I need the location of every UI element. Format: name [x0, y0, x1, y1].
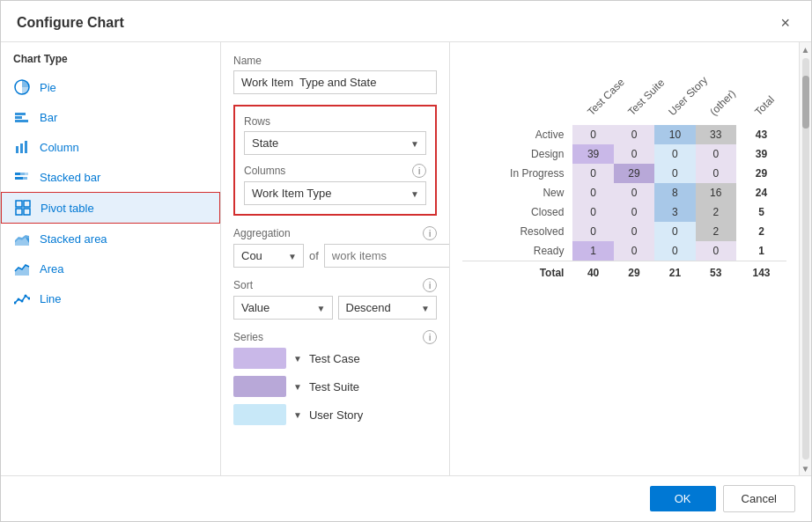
area-label: Area: [40, 262, 63, 276]
cell-3-3: 16: [696, 183, 736, 202]
close-button[interactable]: ×: [775, 13, 795, 33]
pivot-col-header-0: Test Case: [572, 55, 613, 125]
rows-select-wrapper: State Work Item Type ▼: [244, 131, 426, 155]
stacked-area-icon: [13, 230, 31, 247]
rows-columns-box: Rows State Work Item Type ▼ Columns i Wo…: [233, 105, 437, 216]
bar-label: Bar: [40, 111, 57, 124]
series-color-2: [233, 404, 286, 425]
chart-item-column[interactable]: Column: [1, 132, 220, 162]
table-row: In Progress0290029: [462, 164, 786, 183]
series-chevron-2[interactable]: ▼: [293, 410, 302, 420]
cell-6-3: 0: [696, 241, 736, 261]
table-row: Design3900039: [462, 144, 786, 164]
sort-info-icon: i: [423, 278, 437, 292]
row-label-3: New: [462, 183, 572, 202]
pivot-table: Test CaseTest SuiteUser Story(other)Tota…: [462, 55, 786, 283]
config-panel: Name Rows State Work Item Type ▼ Columns…: [221, 42, 450, 475]
scrollbar: ▲ ▼: [799, 42, 811, 475]
total-cell-3: 53: [696, 261, 736, 283]
sort-direction-select[interactable]: Descend Ascend: [338, 296, 438, 320]
series-item-2: ▼ User Story: [233, 404, 437, 425]
svg-rect-12: [16, 201, 22, 207]
pivot-icon: [14, 199, 32, 217]
row-label-6: Ready: [462, 241, 572, 261]
scroll-thumb: [802, 76, 809, 129]
chart-item-stacked-area[interactable]: Stacked area: [1, 224, 220, 254]
svg-rect-13: [24, 201, 30, 207]
series-name-0: Test Case: [309, 352, 360, 365]
stacked-area-label: Stacked area: [40, 232, 107, 246]
sort-direction-wrapper: Descend Ascend ▼: [338, 296, 438, 320]
chart-item-bar[interactable]: Bar: [1, 102, 220, 132]
aggregation-of-input[interactable]: [324, 244, 450, 268]
bar-icon: [13, 108, 31, 126]
line-icon: [13, 290, 31, 307]
cell-4-3: 2: [696, 202, 736, 222]
scroll-up-arrow[interactable]: ▲: [801, 44, 811, 55]
chart-item-area[interactable]: Area: [1, 254, 220, 283]
columns-row: Columns i: [244, 164, 426, 178]
series-chevron-1[interactable]: ▼: [293, 382, 302, 392]
pivot-col-header-2: User Story: [654, 55, 695, 125]
svg-rect-8: [20, 173, 25, 175]
total-cell-1: 29: [614, 261, 654, 283]
chart-item-stacked-bar[interactable]: Stacked bar: [1, 162, 220, 192]
total-row: Total40292153143: [462, 261, 786, 283]
cancel-button[interactable]: Cancel: [723, 485, 795, 512]
table-row: Resolved00022: [462, 222, 786, 241]
cell-4-4: 5: [736, 202, 786, 222]
pivot-chart-panel: Test CaseTest SuiteUser Story(other)Tota…: [450, 42, 799, 475]
cell-6-4: 1: [736, 241, 786, 261]
table-row: Active00103343: [462, 125, 786, 144]
sort-value-select[interactable]: Value Label: [233, 296, 333, 320]
cell-1-4: 39: [736, 144, 786, 164]
rows-label: Rows: [244, 115, 426, 128]
aggregation-select[interactable]: Cou Sum Avg: [233, 244, 304, 268]
name-input[interactable]: [233, 70, 437, 94]
svg-rect-1: [15, 113, 26, 115]
cell-4-2: 3: [654, 202, 695, 222]
columns-select[interactable]: Work Item Type State: [244, 181, 426, 205]
scroll-track[interactable]: [802, 58, 809, 460]
cell-3-0: 0: [572, 183, 613, 202]
chart-item-line[interactable]: Line: [1, 283, 220, 313]
series-info-icon: i: [423, 330, 437, 344]
series-label: Series: [233, 331, 417, 343]
svg-rect-6: [25, 141, 27, 153]
cell-3-2: 8: [654, 183, 695, 202]
pivot-col-header-3: (other): [696, 55, 736, 125]
cell-0-0: 0: [572, 125, 613, 144]
row-label-0: Active: [462, 125, 572, 144]
chart-item-pivot-table[interactable]: Pivot table: [1, 192, 220, 224]
cell-2-2: 0: [654, 164, 695, 183]
chart-item-pie[interactable]: Pie: [1, 72, 220, 102]
pivot-col-header-1: Test Suite: [614, 55, 654, 125]
series-color-0: [233, 348, 286, 369]
svg-rect-2: [15, 116, 22, 119]
row-label-5: Resolved: [462, 222, 572, 241]
cell-5-2: 0: [654, 222, 695, 241]
configure-chart-dialog: Configure Chart × Chart Type Pie: [0, 0, 812, 522]
name-label: Name: [233, 55, 437, 67]
ok-button[interactable]: OK: [650, 486, 716, 511]
sort-row-header: Sort i: [233, 278, 437, 292]
series-item-0: ▼ Test Case: [233, 348, 437, 369]
svg-rect-4: [16, 146, 18, 153]
column-label: Column: [40, 141, 79, 154]
sort-row: Value Label ▼ Descend Ascend ▼: [233, 296, 437, 320]
cell-4-1: 0: [614, 202, 654, 222]
total-row-label: Total: [462, 261, 572, 283]
line-label: Line: [40, 292, 62, 305]
of-label: of: [309, 249, 319, 262]
cell-3-1: 0: [614, 183, 654, 202]
sort-label: Sort: [233, 279, 417, 291]
series-chevron-0[interactable]: ▼: [293, 354, 302, 364]
scroll-down-arrow[interactable]: ▼: [801, 463, 811, 474]
cell-0-4: 43: [736, 125, 786, 144]
cell-2-3: 0: [696, 164, 736, 183]
cell-1-3: 0: [696, 144, 736, 164]
cell-2-1: 29: [614, 164, 654, 183]
rows-select[interactable]: State Work Item Type: [244, 131, 426, 155]
cell-6-1: 0: [614, 241, 654, 261]
pie-label: Pie: [40, 81, 56, 94]
